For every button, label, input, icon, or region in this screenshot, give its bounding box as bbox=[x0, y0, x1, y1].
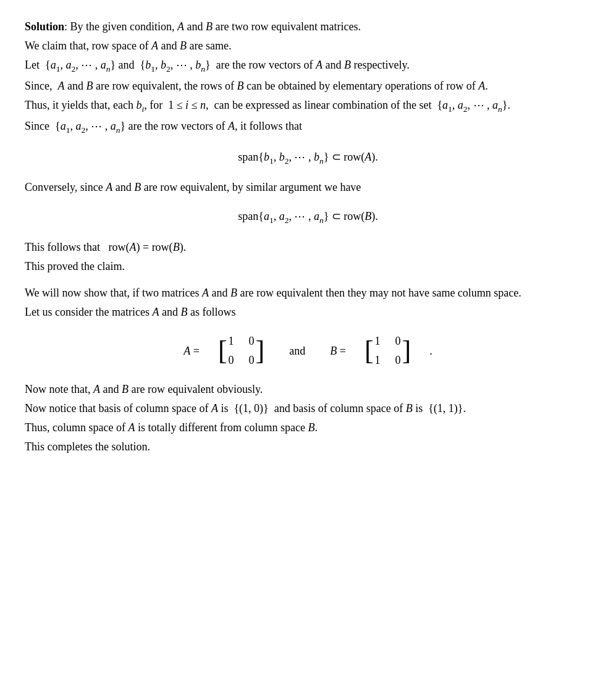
paragraph-12: Now note that, A and B are row equivalen… bbox=[25, 381, 591, 398]
and-text: and bbox=[289, 343, 305, 360]
matrix-a: [ 10 00 ] bbox=[218, 333, 264, 369]
colon: : bbox=[64, 20, 67, 33]
paragraph-2: We claim that, row space of A and B are … bbox=[25, 38, 591, 54]
equation-1: span{b1, b2, ⋯ , bn} ⊂ row(A). bbox=[25, 149, 591, 167]
paragraph-7: Conversely, since A and B are row equiva… bbox=[25, 179, 591, 196]
solution-content: Solution: By the given condition, A and … bbox=[25, 19, 591, 455]
paragraph-8: This follows that row(A) = row(B). bbox=[25, 239, 591, 256]
matrix-a-label: A = bbox=[184, 343, 200, 360]
paragraph-10: We will now show that, if two matrices A… bbox=[25, 285, 591, 301]
matrix-b: [ 10 10 ] bbox=[365, 333, 411, 369]
p1-text: By the given condition, A and B are two … bbox=[70, 20, 361, 33]
paragraph-13: Now notice that basis of column space of… bbox=[25, 400, 591, 417]
matrix-b-label: B = bbox=[330, 343, 346, 360]
matrix-equation: A = [ 10 00 ] and B = [ 10 10 ] . bbox=[25, 333, 591, 369]
paragraph-5: Thus, it yields that, each bi, for 1 ≤ i… bbox=[25, 97, 591, 116]
paragraph-15: This completes the solution. bbox=[25, 439, 591, 455]
paragraph-9: This proved the claim. bbox=[25, 258, 591, 275]
paragraph-6: Since {a1, a2, ⋯ , an} are the row vecto… bbox=[25, 118, 591, 137]
period: . bbox=[429, 343, 432, 360]
paragraph-14: Thus, column space of A is totally diffe… bbox=[25, 419, 591, 436]
paragraph-1: Solution: By the given condition, A and … bbox=[25, 19, 591, 35]
paragraph-11: Let us consider the matrices A and B as … bbox=[25, 304, 591, 321]
equation-2: span{a1, a2, ⋯ , an} ⊂ row(B). bbox=[25, 208, 591, 227]
solution-label: Solution bbox=[25, 20, 64, 33]
paragraph-3: Let {a1, a2, ⋯ , an} and {b1, b2, ⋯ , bn… bbox=[25, 57, 591, 75]
paragraph-4: Since, A and B are row equivalent, the r… bbox=[25, 78, 591, 95]
